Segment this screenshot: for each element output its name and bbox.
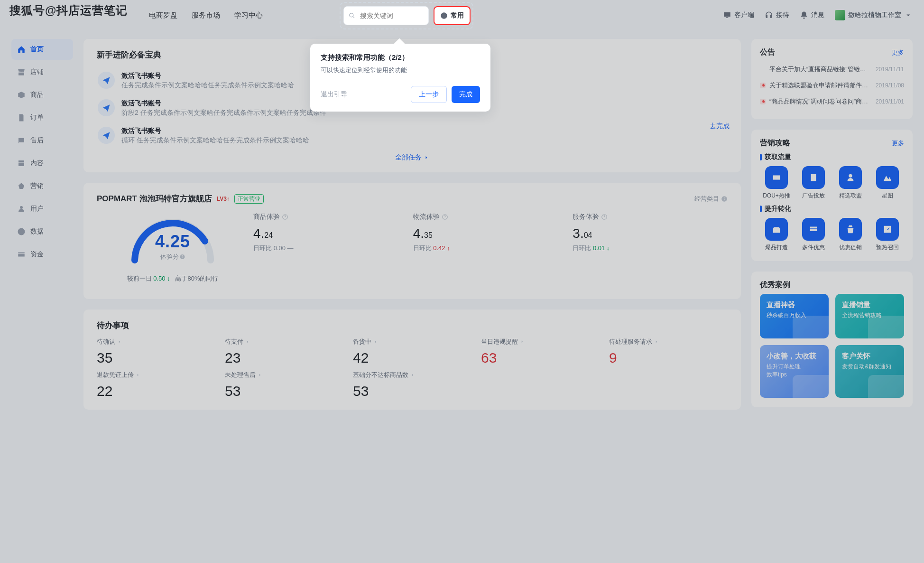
tool-item[interactable]: 精选联盟 — [834, 166, 867, 200]
all-tasks-link[interactable]: 全部任务 — [97, 153, 728, 162]
sidebar-item-store[interactable]: 店铺 — [11, 62, 73, 83]
todo-item[interactable]: 未处理售后 53 — [225, 371, 343, 399]
watermark-text: 搜狐号@抖店运营笔记 — [9, 3, 128, 18]
announcement-text: 平台关于加大“直播商品链接”管链接”管理… — [769, 65, 872, 74]
search-icon — [349, 12, 355, 19]
todo-item[interactable]: 待确认 35 — [97, 338, 215, 366]
case-card[interactable]: 直播销量全流程营销攻略 — [835, 294, 904, 338]
cases-title: 优秀案例 — [760, 280, 790, 290]
sidebar-item-label: 首页 — [30, 45, 44, 54]
nav-learning[interactable]: 学习中心 — [234, 11, 263, 20]
sidebar-item-after[interactable]: 售后 — [11, 130, 73, 151]
chevron-right-icon — [520, 339, 525, 344]
score-caption[interactable]: 体验分 — [160, 253, 185, 261]
todo-item[interactable]: 当日违规提醒 63 — [481, 338, 600, 366]
tool-item[interactable]: 广告投放 — [797, 166, 830, 200]
paper-plane-icon — [98, 99, 115, 116]
score-gauge: 4.25 体验分 较前一日 0.50 ↓ 高于80%的同行 — [97, 213, 249, 289]
tool-item[interactable]: 爆品打造 — [760, 218, 793, 252]
todo-item[interactable]: 待支付 23 — [225, 338, 343, 366]
metric-label[interactable]: 服务体验 — [573, 213, 728, 221]
task-desc: 任务完成条件示例文案哈哈哈任务完成条件示例文案哈哈哈 — [121, 81, 294, 90]
todo-value: 63 — [481, 350, 600, 366]
case-card[interactable]: 小改善，大收获提升订单处理效率tips — [760, 345, 829, 398]
tool-item[interactable]: 星图 — [871, 166, 904, 200]
bell-icon — [800, 11, 808, 19]
tool-item[interactable]: 预热召回 — [871, 218, 904, 252]
sidebar-item-content[interactable]: 内容 — [11, 153, 73, 174]
tool-name: 爆品打造 — [760, 244, 793, 252]
after-icon — [17, 136, 26, 145]
case-title: 直播销量 — [842, 300, 897, 310]
service-link[interactable]: 接待 — [765, 11, 789, 19]
todo-item[interactable]: 待处理服务请求 9 — [609, 338, 728, 366]
help-icon — [282, 214, 288, 220]
tour-prev-button[interactable]: 上一步 — [411, 86, 447, 103]
sidebar-item-order[interactable]: 订单 — [11, 107, 73, 128]
client-link[interactable]: 客户端 — [723, 11, 754, 19]
announcement-item[interactable]: 关于精选联盟验仓申请邮件请邮件请邮…2019/11/08 — [760, 77, 904, 94]
monitor-icon — [723, 11, 731, 19]
sidebar-item-fund[interactable]: 资金 — [11, 244, 73, 265]
announcement-item[interactable]: “商品品牌情况”调研问卷问卷问”商品…2019/11/01 — [760, 94, 904, 110]
home-icon — [17, 45, 26, 54]
sidebar-item-market[interactable]: 营销 — [11, 176, 73, 197]
strategy-more-link[interactable]: 更多 — [892, 139, 904, 148]
tour-done-button[interactable]: 完成 — [452, 86, 480, 103]
task-desc: 循环 任务完成条件示例文案哈哈哈任务完成条件示例文案哈哈哈 — [121, 136, 309, 145]
metric-label[interactable]: 物流体验 — [413, 213, 568, 221]
todo-item[interactable]: 基础分不达标商品数 53 — [353, 371, 471, 399]
tool-icon — [876, 218, 899, 241]
tour-exit-link[interactable]: 退出引导 — [321, 90, 347, 99]
tool-name: 星图 — [871, 192, 904, 200]
announcement-date: 2019/11/11 — [876, 66, 904, 73]
announcement-text: “商品品牌情况”调研问卷问卷问”商品… — [769, 97, 872, 106]
tool-icon — [876, 166, 899, 189]
todo-value: 53 — [353, 383, 471, 399]
announce-more-link[interactable]: 更多 — [892, 48, 904, 57]
message-link[interactable]: 消息 — [800, 11, 824, 19]
top-nav: 电商罗盘 服务市场 学习中心 — [149, 11, 263, 20]
todo-item[interactable]: 退款凭证上传 22 — [97, 371, 215, 399]
cases-card: 优秀案例 直播神器秒杀破百万收入直播销量全流程营销攻略小改善，大收获提升订单处理… — [751, 272, 913, 407]
sidebar: 首页店铺商品订单售后内容营销用户数据资金 — [11, 39, 73, 410]
tool-name: 预热召回 — [871, 244, 904, 252]
nav-service-market[interactable]: 服务市场 — [192, 11, 220, 20]
shop-switcher[interactable]: 撒哈拉植物工作室 — [835, 10, 913, 20]
sidebar-item-data[interactable]: 数据 — [11, 221, 73, 242]
frequent-button[interactable]: 常用 — [434, 6, 471, 25]
todo-value: 42 — [353, 350, 471, 366]
go-complete-link[interactable]: 去完成 — [710, 122, 730, 131]
category-link[interactable]: 经营类目 — [694, 195, 728, 203]
chevron-right-icon — [117, 339, 122, 344]
announcement-item[interactable]: 平台关于加大“直播商品链接”管链接”管理…2019/11/11 — [760, 61, 904, 77]
search-highlight-zone: 常用 — [343, 5, 471, 27]
sidebar-item-label: 商品 — [30, 91, 44, 99]
sidebar-item-label: 售后 — [30, 136, 44, 145]
help-icon — [601, 214, 608, 220]
case-card[interactable]: 直播神器秒杀破百万收入 — [760, 294, 829, 338]
chevron-right-icon — [258, 373, 262, 377]
sidebar-item-user[interactable]: 用户 — [11, 198, 73, 219]
chevron-right-icon — [373, 339, 378, 344]
avatar-icon — [835, 10, 845, 20]
metric-label[interactable]: 商品体验 — [253, 213, 408, 221]
newbie-task[interactable]: 激活飞书账号循环 任务完成条件示例文案哈哈哈任务完成条件示例文案哈哈哈 — [97, 122, 728, 150]
sidebar-item-box[interactable]: 商品 — [11, 84, 73, 105]
tour-popover: 支持搜索和常用功能（2/2） 可以快速定位到经常使用的功能 退出引导 上一步 完… — [310, 44, 490, 112]
global-search-box[interactable] — [343, 6, 429, 25]
metric-delta: 日环比 0.00 — — [253, 244, 408, 253]
sidebar-item-home[interactable]: 首页 — [11, 39, 73, 60]
user-icon — [17, 205, 26, 213]
task-title: 激活飞书账号 — [121, 72, 294, 80]
announcement-date: 2019/11/01 — [876, 98, 904, 105]
case-card[interactable]: 客户关怀发货自动&群发通知 — [835, 345, 904, 398]
todo-item[interactable]: 备货中 42 — [353, 338, 471, 366]
tool-item[interactable]: 多件优惠 — [797, 218, 830, 252]
tool-item[interactable]: 优惠促销 — [834, 218, 867, 252]
nav-compass[interactable]: 电商罗盘 — [149, 11, 177, 20]
search-input[interactable] — [359, 11, 424, 20]
tool-item[interactable]: DOU+热推 — [760, 166, 793, 200]
content-icon — [17, 159, 26, 168]
chevron-right-icon — [424, 155, 429, 160]
